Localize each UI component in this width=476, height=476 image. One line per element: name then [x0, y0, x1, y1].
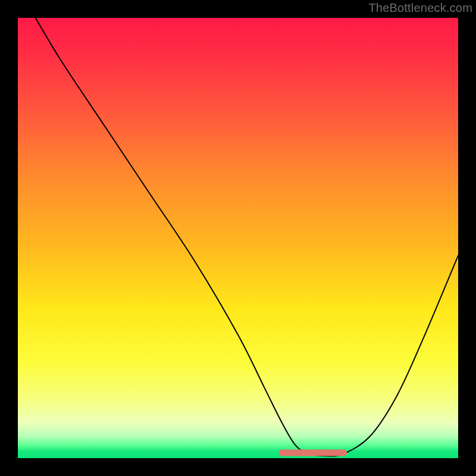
chart-svg: [18, 18, 458, 458]
watermark-text: TheBottleneck.com: [368, 1, 472, 15]
chart-frame: TheBottleneck.com: [0, 0, 476, 476]
bottleneck-curve: [36, 18, 458, 456]
plot-area: [18, 18, 458, 458]
